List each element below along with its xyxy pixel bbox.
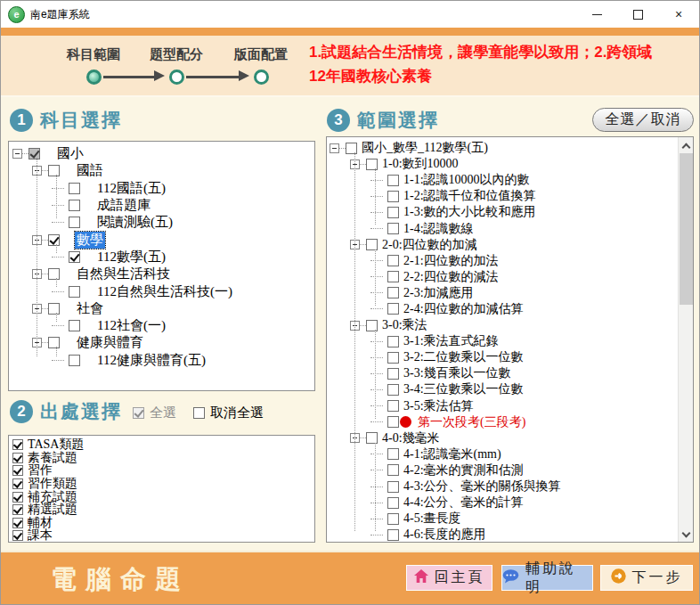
scrollbar[interactable] — [678, 137, 693, 542]
checkbox[interactable] — [387, 303, 399, 315]
list-item[interactable]: 素養試題 — [12, 452, 314, 465]
checkbox[interactable] — [48, 337, 60, 348]
checkbox[interactable] — [69, 217, 80, 228]
tree-node-label[interactable]: 數學 — [75, 232, 105, 249]
tree-node-label[interactable]: 國小 — [55, 145, 85, 162]
tree-node-label[interactable]: 3-2:二位數乘以一位數 — [402, 349, 525, 365]
list-item[interactable]: 課本 — [12, 529, 314, 543]
tree-node-label[interactable]: 4-6:長度的應用 — [402, 527, 488, 543]
scrollbar-thumb[interactable] — [680, 153, 693, 305]
next-step-button[interactable]: 下一步 — [600, 565, 693, 591]
tree-node-label[interactable]: 4-1:認識毫米(mm) — [402, 446, 503, 462]
checkbox[interactable] — [12, 504, 23, 515]
select-toggle-button[interactable]: 全選／取消 — [592, 108, 694, 132]
tree-node-label[interactable]: 第一次段考(三段考) — [416, 414, 527, 430]
checkbox[interactable] — [69, 183, 80, 194]
expander-icon[interactable] — [330, 143, 339, 153]
tree-node-label[interactable]: 1-2:認識千位和位值換算 — [402, 188, 538, 204]
checkbox[interactable] — [48, 234, 60, 246]
step-circle[interactable] — [169, 69, 184, 85]
checkbox[interactable] — [12, 478, 23, 489]
tree-node-label[interactable]: 2-0:四位數的加減 — [380, 237, 479, 253]
home-button[interactable]: 回主頁 — [406, 565, 492, 591]
checkbox[interactable] — [69, 200, 80, 211]
checkbox[interactable] — [387, 400, 399, 412]
tree-node-label[interactable]: 國小_數學_112數學(五) — [360, 140, 490, 156]
tree-node-label[interactable]: 2-2:四位數的減法 — [402, 269, 501, 285]
tree-node-label[interactable]: 1-4:認識數線 — [402, 221, 476, 237]
expander-icon[interactable] — [12, 149, 22, 159]
help-button[interactable]: 輔助說明 — [501, 565, 593, 591]
checkbox[interactable] — [12, 518, 23, 528]
checkbox[interactable] — [69, 251, 80, 263]
tree-node-label[interactable]: 閱讀測驗(五) — [95, 214, 175, 231]
tree-node-label[interactable]: 4-3:公分、毫米的關係與換算 — [402, 478, 563, 495]
checkbox[interactable] — [366, 432, 378, 444]
checkbox[interactable] — [387, 336, 399, 347]
checkbox[interactable] — [28, 148, 40, 159]
checkbox[interactable] — [387, 175, 399, 186]
checkbox[interactable] — [387, 481, 399, 493]
scroll-up-icon[interactable] — [682, 142, 689, 149]
checkbox[interactable] — [366, 159, 378, 170]
tree-node-label[interactable]: 4-0:幾毫米 — [380, 430, 442, 446]
checkbox[interactable] — [12, 492, 23, 503]
tree-node-label[interactable]: 112國語(五) — [95, 180, 167, 197]
list-item[interactable]: 精選試題 — [12, 503, 314, 517]
tree-node-label[interactable]: 1-1:認識10000以內的數 — [402, 172, 532, 188]
step-circle[interactable] — [254, 69, 269, 85]
checkbox[interactable] — [366, 239, 378, 250]
deselect-all-checkbox[interactable] — [193, 407, 205, 419]
tree-node-label[interactable]: 112社會(一) — [95, 317, 167, 334]
tree-node-label[interactable]: 2-4:四位數的加減估算 — [402, 301, 525, 317]
close-button[interactable]: × — [658, 1, 699, 28]
checkbox[interactable] — [387, 497, 399, 509]
maximize-button[interactable] — [617, 1, 658, 28]
checkbox[interactable] — [387, 384, 399, 396]
checkbox[interactable] — [387, 464, 399, 476]
tree-node-label[interactable]: 自然與生活科技 — [75, 266, 172, 282]
checkbox[interactable] — [387, 223, 399, 234]
minimize-button[interactable] — [576, 1, 617, 28]
tree-node-label[interactable]: 健康與體育 — [75, 334, 145, 351]
scroll-down-icon[interactable] — [682, 530, 689, 537]
tree-node-label[interactable]: 4-4:公分、毫米的計算 — [402, 495, 525, 511]
tree-node-label[interactable]: 2-1:四位數的加法 — [402, 253, 501, 269]
checkbox[interactable] — [387, 368, 399, 380]
checkbox[interactable] — [387, 529, 399, 541]
checkbox[interactable] — [387, 287, 399, 298]
tree-node-label[interactable]: 社會 — [75, 300, 105, 317]
tree-node-label[interactable]: 1-0:數到10000 — [380, 156, 460, 172]
checkbox[interactable] — [12, 439, 23, 450]
checkbox[interactable] — [387, 448, 399, 460]
checkbox[interactable] — [69, 355, 80, 366]
list-item[interactable]: 輔材 — [12, 517, 314, 530]
tree-node-label[interactable]: 3-1:乘法直式紀錄 — [402, 333, 501, 349]
select-all-checkbox[interactable] — [133, 407, 144, 419]
checkbox[interactable] — [48, 303, 60, 315]
tree-node-label[interactable]: 3-4:三位數乘以一位數 — [402, 381, 525, 397]
step-circle[interactable] — [86, 69, 102, 85]
select-all-option[interactable]: 全選 — [133, 405, 176, 421]
tree-node-label[interactable]: 4-5:畫長度 — [402, 511, 463, 527]
tree-node-label[interactable]: 112健康與體育(五) — [95, 352, 208, 369]
tree-node-label[interactable]: 3-3:幾百乘以一位數 — [402, 365, 513, 381]
checkbox[interactable] — [387, 513, 399, 525]
tree-node-label[interactable]: 4-2:毫米的實測和估測 — [402, 462, 525, 478]
checkbox[interactable] — [366, 320, 378, 331]
tree-node-label[interactable]: 112數學(五) — [95, 249, 167, 266]
checkbox[interactable] — [69, 320, 80, 331]
checkbox[interactable] — [387, 255, 399, 266]
checkbox[interactable] — [346, 143, 357, 154]
checkbox[interactable] — [387, 271, 399, 282]
tree-node-label[interactable]: 國語 — [75, 162, 105, 179]
tree-node-label[interactable]: 3-5:乘法估算 — [402, 398, 476, 414]
tree-node-label[interactable]: 1-3:數的大小比較和應用 — [402, 204, 538, 220]
tree-node-label[interactable]: 112自然與生活科技(一) — [95, 283, 234, 300]
checkbox[interactable] — [12, 530, 23, 541]
checkbox[interactable] — [69, 286, 80, 298]
checkbox[interactable] — [12, 453, 23, 463]
checkbox[interactable] — [12, 465, 23, 476]
tree-node-label[interactable]: 3-0:乘法 — [380, 317, 429, 333]
deselect-all-option[interactable]: 取消全選 — [193, 405, 264, 421]
